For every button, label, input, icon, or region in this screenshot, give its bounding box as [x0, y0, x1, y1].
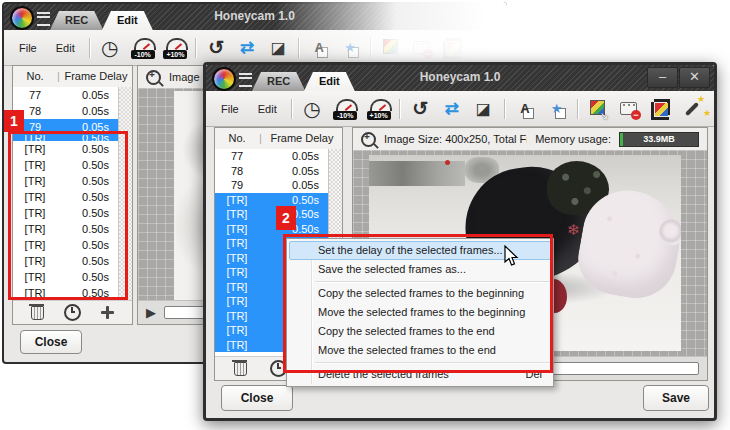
frame-number: [TR] [215, 266, 259, 278]
frame-number: [TR] [215, 208, 259, 220]
add-sticker-icon[interactable] [339, 36, 361, 60]
toolbar-separator [298, 38, 299, 58]
add-text-icon[interactable] [514, 97, 537, 121]
memory-usage-label: Memory usage: [535, 133, 611, 145]
frame-row[interactable]: 770.05s [13, 87, 119, 103]
file-menu[interactable]: File [14, 40, 42, 56]
frame-row[interactable]: [TR]0.50s [13, 141, 119, 157]
context-menu-item[interactable]: Copy the selected frames to the beginnin… [289, 284, 551, 303]
frame-list-header: No. | Frame Delay [13, 66, 132, 88]
frame-list-header: No. | Frame Delay [215, 128, 342, 150]
frame-row[interactable]: [TR]0.50s [215, 207, 329, 222]
delete-frame-icon[interactable] [234, 362, 247, 376]
speed-up-icon[interactable]: +10% [162, 36, 186, 60]
frame-row[interactable]: 790.05s [215, 178, 329, 193]
delete-frame-icon[interactable] [31, 306, 44, 320]
reverse-frames-icon[interactable] [441, 97, 464, 121]
reverse-frames-icon[interactable] [236, 36, 258, 60]
resize-image-icon[interactable] [380, 36, 402, 60]
frame-number: 78 [215, 165, 259, 177]
titlebar[interactable]: REC Edit Honeycam 1.0 – ✕ [206, 65, 714, 91]
remove-frames-icon[interactable] [618, 97, 641, 121]
frame-row[interactable]: [TR]0.50s [215, 222, 329, 237]
play-button[interactable]: ▶ [146, 306, 156, 319]
frame-row[interactable]: 770.05s [215, 149, 329, 164]
context-menu-item[interactable]: Move the selected frames to the beginnin… [289, 303, 551, 322]
frame-row[interactable]: [TR]0.50s [13, 205, 119, 221]
frame-rows: 770.05s780.05s790.05s[TR]0.50s[TR]0.50s[… [13, 87, 119, 301]
frame-delay: 0.50s [57, 239, 119, 251]
menu-item-label: Save the selected frames as... [318, 261, 466, 278]
minimize-button[interactable]: – [470, 6, 501, 27]
frame-row[interactable]: [TR]0.50s [13, 135, 119, 141]
toolbar: FileEdit-10%+10% [206, 91, 714, 127]
menu-item-label: Set the delay of the selected frames... [318, 242, 503, 259]
frame-row[interactable]: [TR]0.50s [13, 253, 119, 269]
resize-image-icon[interactable] [587, 97, 610, 121]
toolbar-separator [504, 99, 505, 119]
invert-colors-icon[interactable] [472, 97, 495, 121]
frame-row[interactable]: [TR]0.50s [215, 193, 329, 208]
set-delay-icon[interactable] [270, 360, 287, 377]
toolbar-separator [399, 99, 400, 119]
photo-hat-curl [659, 219, 681, 245]
speed-down-icon[interactable]: -10% [332, 97, 356, 121]
frame-row[interactable]: [TR]0.50s [13, 237, 119, 253]
frame-number: [TR] [215, 339, 259, 351]
set-delay-icon[interactable] [64, 304, 81, 321]
crop-icon[interactable] [650, 97, 673, 121]
zoom-icon[interactable] [146, 70, 161, 85]
frame-row[interactable]: [TR]0.50s [13, 173, 119, 189]
speed-up-icon[interactable]: +10% [366, 97, 390, 121]
edit-menu[interactable]: Edit [51, 40, 80, 56]
menu-item-shortcut: Del [525, 366, 542, 383]
frame-number: [TR] [13, 175, 57, 187]
effects-wand-icon[interactable] [681, 97, 704, 121]
list-scrollbar[interactable] [118, 87, 132, 301]
close-window-button[interactable]: ✕ [679, 67, 710, 88]
save-button[interactable]: Save [643, 385, 709, 411]
toolbar-separator [577, 99, 578, 119]
info-bar: Image Size: 400x250, Total Frames: 89, D… [353, 128, 707, 151]
frame-delay: 0.50s [57, 287, 119, 299]
close-button[interactable]: Close [20, 330, 82, 354]
gauge-label: -10% [131, 50, 155, 59]
zoom-icon[interactable] [361, 132, 376, 147]
frame-row[interactable]: 790.05s [13, 119, 119, 135]
remove-frames-icon[interactable] [411, 36, 433, 60]
edit-menu[interactable]: Edit [253, 101, 282, 117]
minimize-button[interactable]: – [647, 67, 678, 88]
frame-row[interactable]: [TR]0.50s [13, 285, 119, 301]
speed-down-icon[interactable]: -10% [130, 36, 154, 60]
frame-delay: 0.50s [57, 207, 119, 219]
frame-delay: 0.50s [57, 255, 119, 267]
context-menu-item[interactable]: Move the selected frames to the end [289, 341, 551, 360]
frame-delay-clock-icon[interactable] [301, 97, 324, 121]
effects-wand-icon[interactable] [473, 36, 495, 60]
add-sticker-icon[interactable] [545, 97, 568, 121]
frame-delay: 0.50s [57, 175, 119, 187]
frame-row[interactable]: 780.05s [215, 164, 329, 179]
frame-delay: 0.05s [57, 89, 119, 101]
column-frame-delay: Frame Delay [60, 66, 132, 87]
context-menu-item[interactable]: Copy the selected frames to the end [289, 322, 551, 341]
close-button[interactable]: Close [221, 385, 293, 411]
rotate-icon[interactable] [409, 97, 432, 121]
crop-icon[interactable] [442, 36, 464, 60]
rotate-icon[interactable] [205, 36, 227, 60]
frame-row[interactable]: 780.05s [13, 103, 119, 119]
titlebar[interactable]: REC Edit Honeycam 1.0 – [4, 4, 505, 30]
file-menu[interactable]: File [216, 101, 244, 117]
frame-delay: 0.05s [259, 179, 329, 191]
context-menu-item[interactable]: Delete the selected framesDel [289, 365, 551, 384]
menu-item-label: Move the selected frames to the end [318, 342, 496, 359]
add-frame-icon[interactable] [101, 306, 114, 319]
frame-row[interactable]: [TR]0.50s [13, 189, 119, 205]
frame-delay-clock-icon[interactable] [99, 36, 121, 60]
frame-row[interactable]: [TR]0.50s [13, 157, 119, 173]
frame-row[interactable]: [TR]0.50s [13, 269, 119, 285]
frame-number: [TR] [215, 324, 259, 336]
frame-row[interactable]: [TR]0.50s [13, 221, 119, 237]
add-text-icon[interactable] [308, 36, 330, 60]
invert-colors-icon[interactable] [267, 36, 289, 60]
